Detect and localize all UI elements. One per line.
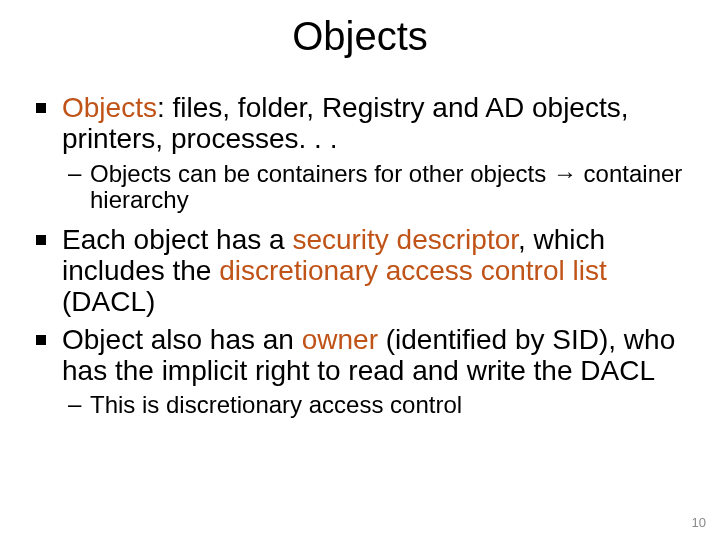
bullet-2: Each object has a security descriptor, w…	[34, 224, 690, 318]
bullet-3-key: owner	[302, 324, 378, 355]
square-bullet-icon	[36, 335, 46, 345]
bullet-2-a: Each object has a	[62, 224, 292, 255]
page-number: 10	[692, 515, 706, 530]
bullet-1: Objects: files, folder, Registry and AD …	[34, 92, 690, 155]
slide-title: Objects	[0, 14, 720, 59]
slide: Objects Objects: files, folder, Registry…	[0, 0, 720, 540]
slide-body: Objects: files, folder, Registry and AD …	[34, 92, 690, 429]
arrow-icon: →	[553, 160, 577, 187]
bullet-1-key: Objects	[62, 92, 157, 123]
square-bullet-icon	[36, 235, 46, 245]
bullet-3-sub: – This is discretionary access control	[34, 392, 690, 418]
bullet-2-key2: discretionary access control list	[219, 255, 606, 286]
square-bullet-icon	[36, 103, 46, 113]
bullet-3-a: Object also has an	[62, 324, 302, 355]
bullet-1-sub-a: Objects can be containers for other obje…	[90, 160, 553, 187]
bullet-2-key1: security descriptor	[292, 224, 518, 255]
bullet-1-sub: – Objects can be containers for other ob…	[34, 161, 690, 214]
bullet-3-sub-text: This is discretionary access control	[90, 391, 462, 418]
dash-icon: –	[68, 160, 81, 186]
bullet-2-c: (DACL)	[62, 286, 155, 317]
bullet-3: Object also has an owner (identified by …	[34, 324, 690, 387]
dash-icon: –	[68, 391, 81, 417]
